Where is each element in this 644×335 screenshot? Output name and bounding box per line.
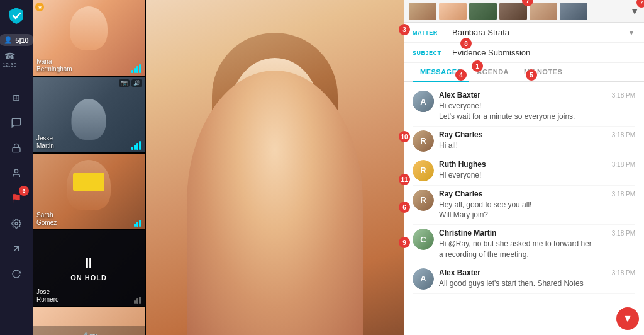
avatar-alex-2: A — [413, 268, 434, 290]
thumbnail-jose[interactable]: ⏸ ON HOLD JoseRomero — [33, 230, 145, 306]
message-header-3: Ray Charles 3:18 PM — [439, 190, 635, 198]
svg-line-4 — [14, 247, 19, 251]
message-header-1: Ray Charles 3:18 PM — [439, 130, 635, 139]
mic-icon-jesse: 🔊 — [131, 79, 142, 87]
grid-view-icon[interactable]: ⊞ — [5, 86, 28, 109]
message-body-4: Christine Martin 3:18 PM Hi @Ray, no but… — [439, 229, 635, 260]
annot-8: 8 — [460, 38, 472, 49]
scroll-to-bottom-button[interactable]: ▼ — [616, 307, 639, 330]
time-3: 3:18 PM — [612, 191, 635, 198]
message-body-5: Alex Baxter 3:18 PM All good guys let's … — [439, 268, 635, 290]
tab-my-notes[interactable]: MY NOTES — [516, 63, 570, 82]
avatar-ray-2: R — [413, 190, 434, 211]
svg-point-3 — [15, 222, 18, 225]
msg-text-4b: a recording of the meeting. — [439, 249, 635, 260]
matter-value[interactable]: Bambara Strata — [452, 28, 623, 37]
subject-label: SUBJECT — [413, 50, 447, 56]
time-5: 3:18 PM — [612, 270, 635, 276]
thumbnail-jesse[interactable]: 📷 🔊 ↖ JesseMartin — [33, 77, 145, 152]
messages-list: A Alex Baxter 3:18 PM Hi everyone! Let's… — [404, 82, 644, 335]
sender-0: Alex Baxter — [439, 91, 480, 99]
user-icon[interactable] — [5, 162, 28, 185]
person-count-icon: 👤 — [4, 36, 13, 44]
tabs-bar: MESSAGES AGENDA MY NOTES — [404, 63, 644, 82]
message-item-0: A Alex Baxter 3:18 PM Hi everyone! Let's… — [413, 87, 635, 127]
message-header-2: Ruth Hughes 3:18 PM — [439, 160, 635, 169]
main-video — [146, 0, 404, 335]
message-item-1: R Ray Charles 3:18 PM Hi all! — [413, 127, 635, 156]
annot-3: 3 — [399, 24, 410, 35]
thumb-name-sarah: SarahGomez — [36, 212, 57, 227]
message-body-3: Ray Charles 3:18 PM Hey all, good to see… — [439, 190, 635, 221]
sender-1: Ray Charles — [439, 130, 482, 139]
annot-5: 5 — [526, 69, 537, 81]
chat-icon[interactable] — [5, 111, 28, 134]
avatar-ruth: R — [413, 160, 434, 181]
message-body-2: Ruth Hughes 3:18 PM Hi everyone! — [439, 160, 635, 181]
top-thumb-3[interactable] — [469, 3, 497, 20]
subject-value[interactable]: Evidence Submission — [452, 48, 635, 57]
top-thumb-5[interactable] — [530, 3, 557, 20]
message-header-5: Alex Baxter 3:18 PM — [439, 268, 635, 277]
top-thumb-2[interactable] — [439, 3, 467, 20]
hold-label: ON HOLD — [70, 274, 107, 281]
phone-icon-top: ☎ — [3, 50, 17, 62]
call-time: 12:39 — [3, 62, 17, 69]
signal-bars-jose — [134, 297, 141, 304]
msg-text-3b: Will Mary join? — [439, 210, 635, 220]
top-thumb-1[interactable] — [409, 3, 436, 20]
time-2: 3:18 PM — [612, 161, 635, 168]
main-video-person — [146, 0, 404, 335]
settings-gear-icon[interactable] — [5, 212, 28, 235]
matter-label: MATTER — [413, 30, 447, 36]
msg-text-3a: Hey all, good to see you all! — [439, 200, 635, 210]
sender-4: Christine Martin — [439, 229, 496, 237]
top-thumb-4[interactable] — [499, 3, 527, 20]
msg-text-4a: Hi @Ray, no but she asked me to forward … — [439, 239, 635, 249]
phone-info: ☎ 12:39 — [3, 50, 17, 69]
thumbnails-strip: ★ IvanaBermingham 📷 🔊 ↖ — [33, 0, 146, 335]
top-thumb-6[interactable] — [560, 3, 587, 20]
thumb-name-jose: JoseRomero — [36, 288, 59, 304]
thumbnail-sarah[interactable]: SarahGomez — [33, 154, 145, 229]
message-body-1: Ray Charles 3:18 PM Hi all! — [439, 130, 635, 152]
top-bar-chevron[interactable]: ▼ — [630, 6, 639, 16]
sidebar: 👤 5|10 7 ☎ 12:39 ⊞ 6 — [0, 0, 33, 335]
time-4: 3:18 PM — [612, 230, 635, 237]
flag-icon[interactable]: 6 — [5, 187, 28, 210]
count-value: 5|10 — [15, 37, 28, 44]
flag-badge: 6 — [19, 186, 29, 196]
active-badge: ★ — [35, 3, 44, 11]
camera-icon-jesse: 📷 — [119, 79, 130, 87]
svg-point-1 — [14, 169, 18, 173]
annot-10: 10 — [399, 131, 410, 142]
signal-bars-jesse — [131, 141, 141, 150]
annot-1: 1 — [472, 60, 483, 72]
thumbnail-extra[interactable]: 🎤 📷 — [33, 307, 145, 335]
matter-row: MATTER Bambara Strata ▼ — [404, 23, 644, 43]
time-1: 3:18 PM — [612, 132, 635, 139]
sender-3: Ray Charles — [439, 190, 482, 198]
msg-text-1a: Hi all! — [439, 140, 635, 151]
matter-chevron[interactable]: ▼ — [628, 28, 635, 37]
svg-rect-0 — [13, 147, 20, 152]
subject-row: SUBJECT Evidence Submission — [404, 43, 644, 63]
msg-text-5a: All good guys let's start then. Shared N… — [439, 278, 635, 289]
hold-pause-icon: ⏸ — [82, 255, 96, 271]
thumb-name-jesse: JesseMartin — [36, 135, 54, 150]
message-item-3: R Ray Charles 3:18 PM Hey all, good to s… — [413, 186, 635, 225]
refresh-icon[interactable] — [5, 263, 28, 285]
annot-4: 4 — [455, 69, 467, 81]
sidebar-logo — [7, 6, 26, 28]
thumbnail-ivana[interactable]: ★ IvanaBermingham — [33, 0, 145, 76]
message-item-5: A Alex Baxter 3:18 PM All good guys let'… — [413, 264, 635, 294]
arrow-expand-icon[interactable] — [5, 237, 28, 260]
participant-count[interactable]: 👤 5|10 7 — [0, 34, 34, 46]
message-item-2: R Ruth Hughes 3:18 PM Hi everyone! — [413, 156, 635, 186]
msg-text-0b: Let's wait for a minute so everyone join… — [439, 111, 635, 122]
time-0: 3:18 PM — [612, 92, 635, 99]
message-body-0: Alex Baxter 3:18 PM Hi everyone! Let's w… — [439, 91, 635, 122]
extra-thumb-icons: 🎤 📷 — [80, 332, 97, 336]
lock-icon[interactable] — [5, 137, 28, 159]
signal-bars-sarah — [134, 220, 141, 227]
